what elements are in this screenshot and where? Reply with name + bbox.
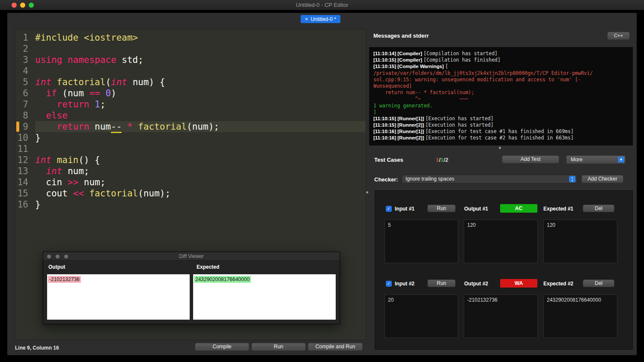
diff-minimize-button[interactable] [56,255,60,258]
log-line: 1 warning generated. [373,103,629,109]
messages-title: Messages and stderr [373,33,429,39]
delete-testcase-button[interactable]: Del [583,205,614,212]
code-text: #include <iostream> [35,32,366,43]
close-window-button[interactable] [12,3,17,8]
verdict-badge[interactable]: AC [500,204,537,213]
code-line[interactable]: 8 else [15,110,366,121]
line-number: 3 [15,54,35,65]
tab-untitled-0[interactable]: × Untitled-0 * [301,15,340,23]
chevron-down-icon[interactable]: ▾ [618,157,624,163]
line-number: 12 [15,154,35,166]
code-token: ) [111,88,116,98]
testcase-1: ✓Input #1RunOutput #1ACExpected #1Del512… [375,205,632,278]
log-segment: [ [445,63,448,69]
log-line: return num-- * factorial(num); [373,89,629,96]
code-text: return num-- * factorial(num); [35,121,366,132]
more-dropdown[interactable]: More ▾ [566,155,626,164]
diff-headers: Output Expected [43,261,340,273]
code-line[interactable]: 6 if (num == 0) [15,88,366,99]
code-line[interactable]: 5int factorial(int num) { [15,77,366,88]
diff-zoom-button[interactable] [64,255,68,258]
zoom-window-button[interactable] [29,3,34,8]
line-number: 15 [15,188,35,199]
testcase-checkbox[interactable]: ✓ [386,206,392,212]
more-label: More [571,157,582,163]
line-number: 10 [15,132,35,143]
expected-textarea[interactable]: 2432902008176640000 [543,294,617,338]
diff-output-panel[interactable]: -2102132736 [47,274,190,320]
code-line[interactable]: 10} [15,132,366,143]
diff-viewer-window[interactable]: Diff Viewer Output Expected -2102132736 … [43,252,340,324]
window-title: Untitled-0 - CP Editor [0,0,644,10]
log-scrollbar-dot[interactable] [499,147,501,149]
run-button[interactable]: Run [251,343,306,351]
splitter-handle[interactable] [366,191,368,193]
output-textarea[interactable]: 120 [464,220,538,263]
log-segment: [Execution has started] [425,116,493,122]
diff-expected-panel[interactable]: 2432902008176640000 [193,274,336,320]
log-line: ^~ ~~~ [373,96,629,102]
code-token [100,88,106,98]
code-line[interactable]: 14 cin >> num; [15,177,366,188]
code-token: #include <iostream> [35,33,138,43]
compile-and-run-button[interactable]: Compile and Run [308,343,363,351]
log-segment: [11:10:15] [Runner[1]] [373,116,425,121]
code-text: int num; [35,166,366,177]
line-number: 8 [15,110,35,121]
code-token: << [73,188,84,199]
code-line[interactable]: 13 int num; [15,166,366,177]
verdict-badge[interactable]: WA [500,279,537,288]
input-textarea[interactable]: 5 [385,220,458,263]
checker-select[interactable]: Ignore trailing spaces ▴▾ [402,175,577,184]
output-label: Output #1 [464,206,488,212]
compile-button[interactable]: Compile [195,343,249,351]
code-line[interactable]: 11 [15,143,366,154]
diff-close-button[interactable] [47,255,51,258]
log-line: [11:10:15] [Compiler] [Compilation has f… [373,57,629,63]
code-text: cin >> num; [35,177,366,188]
input-label: Input #1 [395,206,414,212]
line-number: 7 [15,99,35,110]
add-test-button[interactable]: Add Test [502,155,559,163]
code-line[interactable]: 12int main() { [15,154,366,166]
code-line[interactable]: 9 return num-- * factorial(num); [15,121,366,132]
code-token: 0 [105,88,111,98]
log-segment: [11:10:15] [Runner[2]] [373,122,425,128]
log-segment: /private/var/folders/dm/lb_jj0ts3xj2k4xt… [373,70,593,76]
code-line[interactable]: 1#include <iostream> [15,32,366,43]
compiler-log[interactable]: [11:10:14] [Compiler] [Compilation has s… [369,47,633,145]
expected-label: Expected #1 [543,206,573,212]
code-token: } [35,133,41,143]
checker-selected-value: Ignore trailing spaces [405,176,454,182]
minimize-window-button[interactable] [20,3,25,8]
log-segment: [11:10:16] [Runner[1]] [373,129,425,134]
code-token: factorial [138,122,187,132]
code-text [35,143,366,154]
code-text: return 1; [35,99,366,110]
code-line[interactable]: 3using namespace std; [15,54,366,65]
code-line[interactable]: 4 [15,65,366,77]
code-line[interactable]: 2 [15,43,366,54]
language-button[interactable]: C++ [607,32,630,40]
code-token: ( [105,77,111,87]
code-token: } [35,199,41,210]
testcases-area: ✓Input #1RunOutput #1ACExpected #1Del512… [375,190,633,350]
code-line[interactable]: 15 cout << factorial(num); [15,188,366,199]
input-textarea[interactable]: 20 [385,294,458,338]
testcase-checkbox[interactable]: ✓ [386,281,392,287]
code-line[interactable]: 7 return 1; [15,99,366,110]
select-spinner-icon[interactable]: ▴▾ [569,176,575,182]
expected-textarea[interactable]: 120 [543,220,617,263]
output-textarea[interactable]: -2102132736 [464,294,538,338]
line-number: 2 [15,43,35,54]
code-line[interactable]: 16} [15,199,366,210]
run-testcase-button[interactable]: Run [427,205,456,212]
diff-output-value: -2102132736 [48,276,81,283]
tab-label: Untitled-0 * [311,16,336,22]
delete-testcase-button[interactable]: Del [583,279,614,287]
diff-window-title: Diff Viewer [43,252,340,261]
add-checker-button[interactable]: Add Checker [581,175,623,183]
tab-close-icon[interactable]: × [305,15,308,23]
run-testcase-button[interactable]: Run [427,279,456,287]
code-area: 1#include <iostream>23using namespace st… [15,32,366,210]
